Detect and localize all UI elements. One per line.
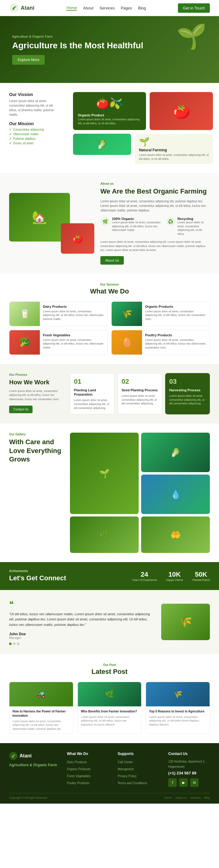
footer-contact-title: Contact Us bbox=[168, 752, 210, 756]
vision-section: Our Vission Lorem ipsum dolor sit amet, … bbox=[0, 83, 219, 173]
footer-links-2: Call Center Managment Privacy Policy Ter… bbox=[118, 759, 159, 785]
natural-icon: 🌱 bbox=[139, 137, 209, 147]
footer-bottom-services[interactable]: Services bbox=[190, 796, 201, 799]
step-2: 02 Seed Planting Process Lorem ipsum dol… bbox=[118, 373, 162, 414]
testimonial-dots bbox=[9, 643, 155, 645]
poultry-desc: Lorem ipsum dolor sit amet, consectetur … bbox=[145, 338, 207, 350]
logo[interactable]: Atani bbox=[9, 3, 34, 13]
footer-bottom-blog[interactable]: Blog bbox=[204, 796, 210, 799]
footer-bottom-home[interactable]: Home bbox=[164, 796, 171, 799]
footer-link-call[interactable]: Call Center bbox=[118, 761, 133, 764]
footer-address: 135 Northstar, Apartment 1, Hagerstown bbox=[168, 759, 210, 769]
process-title: How We Work bbox=[9, 378, 64, 386]
vision-text: Lorem ipsum dolor sit amet, consectetur … bbox=[9, 99, 61, 117]
footer-col-title-1: What We Do bbox=[67, 752, 109, 756]
stat-plants-num: 50K bbox=[192, 570, 210, 579]
youtube-icon[interactable]: ▶ bbox=[179, 778, 188, 787]
services-label: Our Services bbox=[9, 283, 210, 286]
mission-item-3: Pulvinar dapibus bbox=[9, 137, 61, 141]
organic-feature-title: 100% Organic bbox=[112, 217, 162, 221]
gallery-img-1: 🌱 bbox=[70, 433, 139, 514]
footer-col-contact: Contact Us 135 Northstar, Apartment 1, H… bbox=[168, 752, 210, 787]
feature-organic-text: 100% Organic Lorem ipsum dolor sit amet,… bbox=[112, 217, 162, 232]
process-button[interactable]: Contact Us bbox=[9, 406, 32, 413]
about-features: 🌿 100% Organic Lorem ipsum dolor sit ame… bbox=[100, 217, 210, 236]
step-2-title: Seed Planting Process bbox=[122, 388, 159, 392]
blog-post-1: 🚜 How to Harness the Power of Farmer Inn… bbox=[9, 682, 73, 734]
process-section: Our Process How We Work Lorem ipsum dolo… bbox=[0, 364, 219, 424]
feature-recycling-text: Recycling Lorem ipsum dolor sit amet, co… bbox=[177, 217, 210, 236]
footer-link-terms[interactable]: Terms and Conditions bbox=[118, 781, 147, 785]
blog-post-3: 🌾 Top 5 Reasons to Invest in Agriculture… bbox=[146, 682, 210, 734]
quote-author: John Doe bbox=[9, 632, 155, 636]
veggie-service-desc: Lorem ipsum dolor sit amet, consectetur … bbox=[43, 338, 104, 350]
dairy-image: 🥛 bbox=[9, 302, 40, 326]
organic-service-desc: Lorem ipsum dolor sit amet, consectetur … bbox=[145, 310, 207, 321]
quote-icon: ❝ bbox=[9, 599, 155, 609]
nav-blog[interactable]: Blog bbox=[138, 6, 146, 10]
footer-link-dairy[interactable]: Dairy Products bbox=[67, 761, 87, 764]
nav-services[interactable]: Services bbox=[100, 6, 115, 10]
poultry-body: Poultry Products Lorem ipsum dolor sit a… bbox=[145, 330, 210, 354]
footer-link-management[interactable]: Managment bbox=[118, 768, 134, 771]
nav-cta-button[interactable]: Get in Touch bbox=[178, 3, 210, 13]
gallery-img-3: 💧 bbox=[141, 474, 210, 514]
logo-text: Atani bbox=[21, 5, 34, 11]
testimonial-section: ❝ "Ut elit tellus, luctus nec ullamcorpe… bbox=[0, 590, 219, 654]
social-icons: f ▶ in bbox=[168, 778, 210, 787]
step-1-desc: Lorem ipsum dolor sit amet, consectetur … bbox=[74, 398, 111, 410]
recycling-feature-icon: ♻️ bbox=[166, 217, 175, 226]
stat-experience: 24 Years Of Experience bbox=[132, 570, 157, 582]
organic-feature-desc: Lorem ipsum dolor sit amet, consectetur … bbox=[112, 221, 162, 232]
stats-left: Achivements Let's Get Connect bbox=[9, 569, 126, 583]
mission-title: Our Mission bbox=[9, 121, 61, 126]
bottom-product-row: 🥬 🌱 Natural Farming Lorem ipsum dolor si… bbox=[73, 134, 213, 164]
blog-post-title-3: Top 5 Reasons to Invest in Agriculture bbox=[149, 709, 207, 714]
blog-section: Our Post Latest Post 🚜 How to Harness th… bbox=[0, 654, 219, 743]
quote-text: "Ut elit tellus, luctus nec ullamcorper … bbox=[9, 612, 155, 628]
footer-link-organic[interactable]: Organic Products bbox=[67, 768, 90, 771]
footer-bottom-links: Home About Us Services Blog bbox=[164, 796, 210, 799]
footer-top: Atani Agriculture & Organic Farm What We… bbox=[9, 752, 210, 787]
footer-bottom-about[interactable]: About Us bbox=[175, 796, 187, 799]
nav-links: Home About Services Pages Blog bbox=[66, 5, 146, 11]
linkedin-icon[interactable]: in bbox=[190, 778, 199, 787]
footer-link-vegetables[interactable]: Fresh Vegetables bbox=[67, 774, 91, 778]
footer-link-privacy[interactable]: Privacy Policy bbox=[118, 774, 137, 778]
gallery-img-2: 🥬 bbox=[141, 433, 210, 472]
step-3-desc: Lorem ipsum dolor sit amet, consectetur … bbox=[169, 394, 206, 406]
dot-3[interactable] bbox=[17, 643, 20, 645]
footer-logo-icon bbox=[9, 752, 18, 760]
service-organic: 🌾 Organic Products Lorem ipsum dolor sit… bbox=[111, 301, 210, 326]
dot-2[interactable] bbox=[13, 643, 16, 645]
nav-about[interactable]: About bbox=[83, 6, 93, 10]
blog-body-3: Top 5 Reasons to Invest in Agriculture L… bbox=[146, 706, 210, 730]
service-poultry: 🥚 Poultry Products Lorem ipsum dolor sit… bbox=[111, 330, 210, 355]
dot-1[interactable] bbox=[9, 643, 11, 645]
gallery-section: Our Gallery With Care and Love Everythin… bbox=[0, 424, 219, 562]
step-3-num: 03 bbox=[169, 378, 206, 385]
nav-pages[interactable]: Pages bbox=[121, 6, 132, 10]
hero-subtitle: Agriculture & Organic Farm bbox=[12, 35, 207, 38]
process-left: Our Process How We Work Lorem ipsum dolo… bbox=[9, 373, 64, 414]
hero-title: Agriculture Is the Most Healthful bbox=[12, 40, 207, 51]
blog-img-2: 🌿 bbox=[78, 682, 141, 706]
organic-service-image: 🌾 bbox=[112, 302, 142, 326]
organic-product-card: 🍅🫒 Organic Product Lorem ipsum dolor sit… bbox=[73, 92, 146, 130]
footer-bottom: Copyright © All Right Reserved Home Abou… bbox=[9, 793, 210, 799]
gallery-img-5: 🤲 bbox=[141, 517, 210, 553]
organic-label: Organic Product bbox=[78, 113, 141, 117]
feature-organic: 🌿 100% Organic Lorem ipsum dolor sit ame… bbox=[100, 217, 162, 236]
step-2-desc: Lorem ipsum dolor sit amet, consectetur … bbox=[122, 394, 159, 406]
recycling-feature-title: Recycling bbox=[177, 217, 210, 221]
facebook-icon[interactable]: f bbox=[168, 778, 177, 787]
stats-section: Achivements Let's Get Connect 24 Years O… bbox=[0, 562, 219, 590]
service-vegetables: 🥦 Fresh Vegetables Lorem ipsum dolor sit… bbox=[9, 330, 108, 355]
stats-numbers: 24 Years Of Experience 10K Happy Clients… bbox=[132, 570, 210, 582]
natural-desc: Lorem ipsum dolor sit amet, consectetur … bbox=[139, 153, 209, 161]
blog-post-desc-1: Lorem ipsum dolor sit amet, consectetur … bbox=[12, 719, 70, 731]
nav-home[interactable]: Home bbox=[66, 5, 77, 11]
hero-button[interactable]: Explore More bbox=[12, 55, 45, 65]
about-button[interactable]: About Us bbox=[100, 256, 124, 265]
footer-link-poultry[interactable]: Poultry Products bbox=[67, 781, 89, 785]
